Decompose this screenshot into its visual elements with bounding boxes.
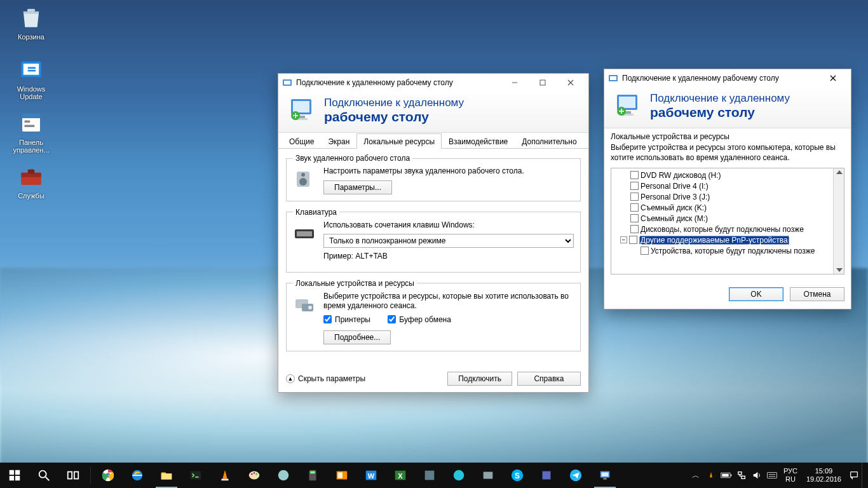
- svg-rect-50: [191, 471, 201, 480]
- hide-options-link[interactable]: ▲ Скрыть параметры: [286, 374, 365, 383]
- svg-rect-73: [602, 472, 609, 476]
- rdc-window-icon: [282, 78, 292, 88]
- audio-desc: Настроить параметры звука удаленного раб…: [323, 166, 574, 177]
- group-keyboard: Клавиатура Использовать сочетания клавиш…: [286, 208, 581, 273]
- help-button[interactable]: Справка: [517, 372, 581, 386]
- maximize-button[interactable]: [529, 74, 557, 92]
- svg-rect-58: [310, 471, 315, 474]
- desktop-icon-windows-update[interactable]: Windows Update: [9, 56, 53, 100]
- minimize-button[interactable]: [501, 74, 529, 92]
- rdc-main-window: Подключение к удаленному рабочему столу …: [278, 73, 589, 393]
- tab-experience[interactable]: Взаимодействие: [442, 133, 515, 149]
- tray-battery-icon[interactable]: [719, 463, 734, 488]
- svg-rect-17: [293, 101, 309, 112]
- keyboard-combo[interactable]: Только в полноэкранном режиме: [323, 234, 574, 248]
- svg-rect-5: [25, 121, 31, 123]
- svg-rect-0: [27, 9, 35, 11]
- titlebar[interactable]: Подключение к удаленному рабочему столу: [278, 74, 588, 92]
- close-button[interactable]: [819, 69, 847, 87]
- tray-keyboard-icon[interactable]: [764, 463, 780, 488]
- action-center-button[interactable]: [846, 463, 862, 488]
- taskbar-app-vlc[interactable]: [210, 463, 240, 488]
- desktop-icon-services[interactable]: Службы: [9, 163, 53, 200]
- taskbar-app-ie[interactable]: [123, 463, 152, 488]
- banner-line1: Подключение к удаленному: [324, 97, 464, 109]
- tray-volume-icon[interactable]: [749, 463, 764, 488]
- devices-tree[interactable]: DVD RW дисковод (H:) Personal Drive 4 (I…: [611, 168, 844, 274]
- show-desktop-button[interactable]: [862, 463, 868, 488]
- taskbar-app-rdc[interactable]: [590, 463, 620, 488]
- tab-general[interactable]: Общие: [282, 133, 321, 149]
- svg-rect-83: [851, 472, 858, 477]
- desktop-icon-label: Windows Update: [9, 85, 53, 100]
- task-view-button[interactable]: [58, 463, 88, 488]
- tray-network-icon[interactable]: [734, 463, 749, 488]
- desktop-icon-label: Службы: [9, 192, 53, 200]
- taskbar-app-calculator[interactable]: [298, 463, 327, 488]
- taskbar-app-chrome[interactable]: [93, 463, 123, 488]
- taskbar-app-explorer[interactable]: [152, 463, 181, 488]
- rdc-banner-icon: [613, 91, 644, 121]
- clipboard-checkbox[interactable]: Буфер обмена: [388, 315, 451, 324]
- tree-item[interactable]: Personal Drive 4 (I:): [613, 180, 832, 191]
- tree-item[interactable]: Дисководы, которые будут подключены позж…: [613, 224, 832, 234]
- tree-item[interactable]: Personal Drive 3 (J:): [613, 191, 832, 202]
- svg-point-54: [254, 472, 255, 474]
- taskbar-app-word[interactable]: W: [356, 463, 386, 488]
- taskbar-app-excel[interactable]: X: [386, 463, 415, 488]
- tab-display[interactable]: Экран: [321, 133, 356, 149]
- taskbar-app-paint[interactable]: [240, 463, 269, 488]
- taskbar-app-generic1[interactable]: [269, 463, 298, 488]
- cancel-button[interactable]: Отмена: [790, 287, 844, 301]
- tree-item[interactable]: Съемный диск (M:): [613, 213, 832, 224]
- tab-local-resources[interactable]: Локальные ресурсы: [356, 133, 442, 149]
- taskbar-app-generic3[interactable]: [444, 463, 473, 488]
- local-desc: Выберите устройства и ресурсы, которые в…: [323, 292, 574, 311]
- tray-overflow-button[interactable]: ︿: [688, 463, 703, 488]
- connect-button[interactable]: Подключить: [447, 372, 512, 386]
- taskbar-app-generic4[interactable]: [473, 463, 503, 488]
- svg-rect-2: [24, 64, 39, 75]
- window-title: Подключение к удаленному рабочему столу: [296, 78, 501, 87]
- ok-button[interactable]: OK: [729, 287, 783, 301]
- audio-settings-button[interactable]: Параметры...: [323, 180, 392, 194]
- taskbar-app-generic5[interactable]: [532, 463, 561, 488]
- svg-rect-65: [425, 471, 435, 480]
- svg-rect-40: [10, 476, 14, 480]
- printers-checkbox[interactable]: Принтеры: [323, 315, 370, 324]
- desktop-icon-recycle-bin[interactable]: Корзина: [9, 4, 53, 41]
- titlebar[interactable]: Подключение к удаленному рабочему столу: [604, 69, 851, 87]
- svg-rect-77: [722, 474, 729, 477]
- tree-item[interactable]: Съемный диск (K:): [613, 202, 832, 213]
- close-button[interactable]: [557, 74, 585, 92]
- tree-item-selected[interactable]: − Другие поддерживаемые PnP-устройства: [613, 234, 832, 245]
- tab-advanced[interactable]: Дополнительно: [515, 133, 583, 149]
- search-button[interactable]: [29, 463, 58, 488]
- svg-point-23: [301, 173, 305, 177]
- taskbar-app-generic2[interactable]: [415, 463, 444, 488]
- scrollbar[interactable]: [833, 168, 844, 274]
- devices-section-desc: Выберите устройства и ресурсы этого комп…: [604, 142, 851, 168]
- tray-language[interactable]: РУС RU: [780, 467, 801, 483]
- start-button[interactable]: [0, 463, 29, 488]
- taskbar-app-skype[interactable]: S: [503, 463, 532, 488]
- more-button[interactable]: Подробнее...: [323, 330, 391, 344]
- svg-point-55: [255, 473, 257, 475]
- tray-vlc-icon[interactable]: [703, 463, 719, 488]
- svg-rect-30: [610, 76, 616, 80]
- svg-rect-34: [619, 97, 635, 108]
- taskbar-app-terminal[interactable]: [181, 463, 210, 488]
- taskbar-app-outlook[interactable]: [327, 463, 356, 488]
- desktop-icon-control-panel[interactable]: Панель управлен...: [9, 109, 53, 154]
- tree-collapse-icon[interactable]: −: [620, 236, 627, 243]
- tree-item[interactable]: Устройства, которые будут подключены поз…: [613, 245, 832, 256]
- system-tray: ︿ РУС RU 15:09 19.02.2016: [688, 463, 868, 488]
- desktop-icon-label: Корзина: [9, 33, 53, 41]
- speaker-icon: [293, 166, 316, 189]
- rdc-banner-icon: [287, 95, 318, 126]
- taskbar-app-telegram[interactable]: [561, 463, 590, 488]
- tray-clock[interactable]: 15:09 19.02.2016: [801, 467, 846, 483]
- svg-rect-38: [10, 470, 14, 475]
- tree-item[interactable]: DVD RW дисковод (H:): [613, 170, 832, 180]
- rdc-banner: Подключение к удаленному рабочему столу: [278, 92, 588, 133]
